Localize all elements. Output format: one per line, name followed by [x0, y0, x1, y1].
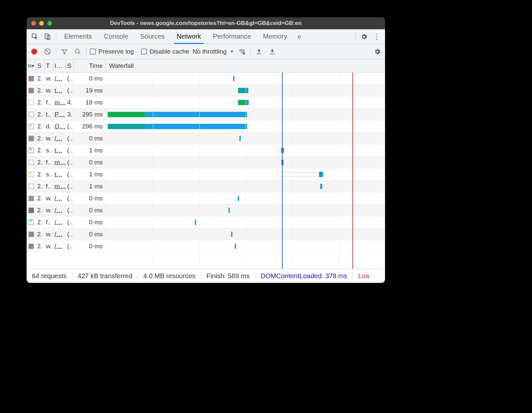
minimize-window-button[interactable] — [39, 21, 44, 26]
window-title: DevTools - news.google.com/topstories?hl… — [27, 20, 385, 27]
search-icon[interactable] — [73, 47, 83, 57]
request-row[interactable]: 2.s..t…(..1 ms — [27, 168, 385, 180]
code-icon — [29, 172, 34, 177]
inspect-element-icon[interactable] — [29, 29, 41, 44]
cell-size: (.. — [66, 240, 74, 252]
col-status[interactable]: S — [36, 59, 45, 72]
zoom-window-button[interactable] — [47, 21, 52, 26]
cell-type: w. — [45, 73, 53, 84]
tab-elements[interactable]: Elements — [58, 29, 98, 44]
cell-waterfall — [106, 216, 385, 228]
file-icon — [29, 100, 34, 105]
cell-waterfall — [106, 192, 385, 204]
device-toolbar-icon[interactable] — [41, 29, 54, 44]
status-bar: 64 requests 427 kB transferred 4.0 MB re… — [27, 269, 385, 283]
cell-time: 19 ms — [74, 85, 106, 96]
cell-size: (.. — [66, 192, 74, 204]
request-row[interactable]: 2.w./…(..0 ms — [27, 132, 385, 144]
request-row[interactable]: 2.f..m…(..0 ms — [27, 156, 385, 168]
request-row[interactable]: 2.w./…(..0 ms — [27, 73, 385, 85]
record-button[interactable] — [29, 47, 39, 57]
request-row[interactable]: 2.w.t…(..19 ms — [27, 85, 385, 97]
download-har-icon[interactable] — [267, 47, 277, 57]
request-row[interactable]: 2.w./…(..0 ms — [27, 240, 385, 252]
svg-rect-1 — [45, 34, 49, 39]
img-icon — [29, 88, 34, 93]
cell-waterfall — [106, 85, 385, 96]
cell-waterfall — [106, 132, 385, 144]
window-controls — [27, 21, 52, 26]
request-row[interactable]: 2.w./…(..0 ms — [27, 192, 385, 204]
request-row[interactable]: 2.w./…(..0 ms — [27, 204, 385, 216]
tab-console[interactable]: Console — [98, 29, 134, 44]
status-transferred: 427 kB transferred — [72, 272, 138, 280]
network-conditions-icon[interactable] — [237, 47, 247, 57]
cell-waterfall — [106, 204, 385, 216]
cell-initiator: /… — [53, 240, 66, 252]
cell-initiator: m… — [53, 97, 66, 108]
request-row[interactable]: 2.f../…(..0 ms — [27, 216, 385, 228]
col-name-sort[interactable]: N▾ — [27, 59, 36, 72]
status-requests: 64 requests — [27, 272, 72, 280]
cell-size: (.. — [66, 216, 74, 228]
request-row[interactable]: 2.w./…(..0 ms — [27, 228, 385, 240]
cell-type: f.. — [45, 156, 53, 168]
panel-settings-icon[interactable] — [372, 47, 382, 57]
kebab-menu-icon[interactable]: ⋮ — [370, 29, 383, 44]
cell-initiator: t… — [53, 144, 66, 156]
clear-button[interactable] — [43, 47, 53, 57]
settings-icon[interactable] — [358, 29, 370, 44]
cell-size: (.. — [66, 132, 74, 144]
disable-cache-checkbox[interactable]: Disable cache — [141, 48, 189, 55]
cell-type: w. — [45, 240, 53, 252]
col-time[interactable]: Time — [74, 59, 106, 72]
request-row[interactable]: 2.f..m…(..1 ms — [27, 180, 385, 192]
throttling-select[interactable]: No throttling ▼ — [193, 48, 234, 55]
network-requests-list: 2.w./…(..0 ms2.w.t…(..19 ms2.f..m…4.18 m… — [27, 73, 385, 269]
filter-icon[interactable] — [60, 47, 69, 57]
col-size[interactable]: S — [66, 59, 74, 72]
cell-status: 2. — [36, 97, 45, 108]
request-row[interactable]: 2.s..t…(..1 ms — [27, 144, 385, 156]
network-table-header: N▾ S T I… S Time Waterfall — [27, 59, 385, 73]
cell-waterfall — [106, 108, 385, 120]
col-type[interactable]: T — [45, 59, 53, 72]
col-waterfall[interactable]: Waterfall — [106, 59, 385, 72]
request-row[interactable]: 2.t..P…3.295 ms — [27, 108, 385, 120]
preserve-log-checkbox[interactable]: Preserve log — [90, 48, 134, 55]
cell-size: (.. — [66, 168, 74, 180]
cell-initiator: /… — [53, 73, 66, 84]
more-tabs-icon[interactable]: » — [293, 29, 306, 44]
status-domcontentloaded: DOMContentLoaded: 378 ms — [255, 272, 352, 280]
cell-type: s.. — [45, 168, 53, 180]
disable-cache-label: Disable cache — [150, 48, 189, 55]
cell-type: t.. — [45, 108, 53, 120]
cell-size: 4. — [66, 97, 74, 108]
cell-status: 2. — [36, 192, 45, 204]
devtools-window: DevTools - news.google.com/topstories?hl… — [27, 17, 385, 283]
cell-time: 18 ms — [74, 97, 106, 108]
cell-type: w. — [45, 228, 53, 240]
cell-initiator: /… — [53, 216, 66, 228]
cell-time: 0 ms — [74, 132, 106, 144]
cell-type: s.. — [45, 144, 53, 156]
tab-performance[interactable]: Performance — [207, 29, 257, 44]
tab-network[interactable]: Network — [171, 29, 207, 44]
cell-initiator: m… — [53, 180, 66, 192]
cell-size: 3. — [66, 108, 74, 120]
col-initiator[interactable]: I… — [53, 59, 66, 72]
tab-memory[interactable]: Memory — [257, 29, 293, 44]
cell-initiator: /… — [53, 228, 66, 240]
request-row[interactable]: 2.d.O…(..296 ms — [27, 120, 385, 132]
request-row[interactable]: 2.f..m…4.18 ms — [27, 97, 385, 108]
cell-time: 1 ms — [74, 144, 106, 156]
cell-time: 0 ms — [74, 156, 106, 168]
upload-har-icon[interactable] — [254, 47, 264, 57]
cell-type: f.. — [45, 180, 53, 192]
tab-sources[interactable]: Sources — [134, 29, 171, 44]
img-icon — [29, 244, 34, 249]
cell-waterfall — [106, 144, 385, 156]
cell-size: (.. — [66, 73, 74, 84]
cell-status: 2. — [36, 85, 45, 96]
close-window-button[interactable] — [31, 21, 36, 26]
